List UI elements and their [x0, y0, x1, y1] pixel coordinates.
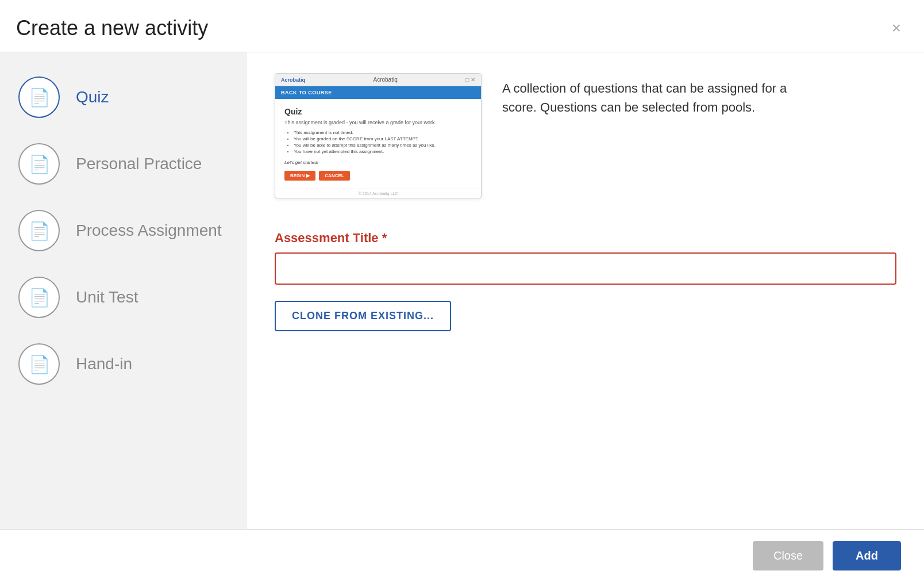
activity-description: A collection of questions that can be as… [502, 73, 824, 198]
dialog-header: Create a new activity × [0, 0, 924, 52]
unit-test-label: Unit Test [76, 288, 138, 307]
assessment-title-input[interactable] [275, 252, 896, 285]
preview-bullets-list: This assignment is not timed. You will b… [284, 130, 472, 154]
preview-quiz-title: Quiz [284, 107, 472, 116]
preview-titlebar-name: Acrobatiq [373, 76, 397, 83]
quiz-label: Quiz [76, 88, 109, 106]
sidebar-item-quiz[interactable]: 📄 Quiz [0, 64, 247, 131]
create-activity-dialog: Create a new activity × 📄 Quiz 📄 Persona… [0, 0, 924, 582]
personal-practice-doc-icon: 📄 [29, 154, 50, 174]
close-button[interactable]: Close [753, 541, 823, 570]
preview-action-buttons: BEGIN ▶ CANCEL [284, 171, 472, 181]
personal-practice-circle: 📄 [18, 143, 60, 185]
preview-body: Quiz This assignment is graded - you wil… [275, 99, 481, 189]
sidebar-item-hand-in[interactable]: 📄 Hand-in [0, 331, 247, 397]
close-x-button[interactable]: × [892, 20, 901, 36]
process-assignment-doc-icon: 📄 [29, 221, 50, 241]
activity-type-sidebar: 📄 Quiz 📄 Personal Practice 📄 Process Ass… [0, 52, 247, 529]
preview-area: Acrobatiq Acrobatiq □ ✕ BACK TO COURSE Q… [275, 73, 896, 198]
clone-from-existing-button[interactable]: CLONE FROM EXISTING... [275, 301, 451, 331]
process-assignment-label: Process Assignment [76, 221, 222, 240]
preview-titlebar: Acrobatiq Acrobatiq □ ✕ [275, 74, 481, 86]
form-section: Assessment Title * CLONE FROM EXISTING..… [275, 231, 896, 331]
unit-test-circle: 📄 [18, 277, 60, 318]
assessment-title-label: Assessment Title * [275, 231, 896, 246]
sidebar-item-personal-practice[interactable]: 📄 Personal Practice [0, 131, 247, 197]
preview-footer: © 2014 Acrobatiq LLC [275, 189, 481, 198]
dialog-title: Create a new activity [16, 16, 208, 40]
dialog-body: 📄 Quiz 📄 Personal Practice 📄 Process Ass… [0, 52, 924, 529]
dialog-footer: Close Add [0, 529, 924, 582]
sidebar-item-unit-test[interactable]: 📄 Unit Test [0, 264, 247, 331]
main-content: Acrobatiq Acrobatiq □ ✕ BACK TO COURSE Q… [247, 52, 924, 529]
preview-bullet-1: This assignment is not timed. [294, 130, 472, 135]
preview-bullet-4: You have not yet attempted this assignme… [294, 149, 472, 154]
quiz-doc-icon: 📄 [29, 87, 50, 108]
hand-in-doc-icon: 📄 [29, 354, 50, 374]
personal-practice-label: Personal Practice [76, 155, 202, 173]
process-assignment-circle: 📄 [18, 210, 60, 251]
preview-nav-bar: BACK TO COURSE [275, 86, 481, 99]
sidebar-item-process-assignment[interactable]: 📄 Process Assignment [0, 197, 247, 264]
preview-bullet-2: You will be graded on the SCORE from you… [294, 136, 472, 141]
preview-window-controls: □ ✕ [465, 76, 475, 83]
hand-in-circle: 📄 [18, 343, 60, 385]
preview-logo: Acrobatiq [281, 77, 305, 83]
preview-letsgo: Let's get started! [284, 160, 472, 165]
hand-in-label: Hand-in [76, 355, 132, 373]
preview-cancel-button: CANCEL [319, 171, 349, 181]
preview-begin-button: BEGIN ▶ [284, 171, 315, 181]
quiz-preview-image: Acrobatiq Acrobatiq □ ✕ BACK TO COURSE Q… [275, 73, 482, 198]
add-button[interactable]: Add [833, 541, 901, 570]
unit-test-doc-icon: 📄 [29, 288, 50, 308]
quiz-circle: 📄 [18, 76, 60, 118]
preview-bullet-3: You will be able to attempt this assignm… [294, 143, 472, 148]
preview-subtitle: This assignment is graded - you will rec… [284, 120, 472, 125]
